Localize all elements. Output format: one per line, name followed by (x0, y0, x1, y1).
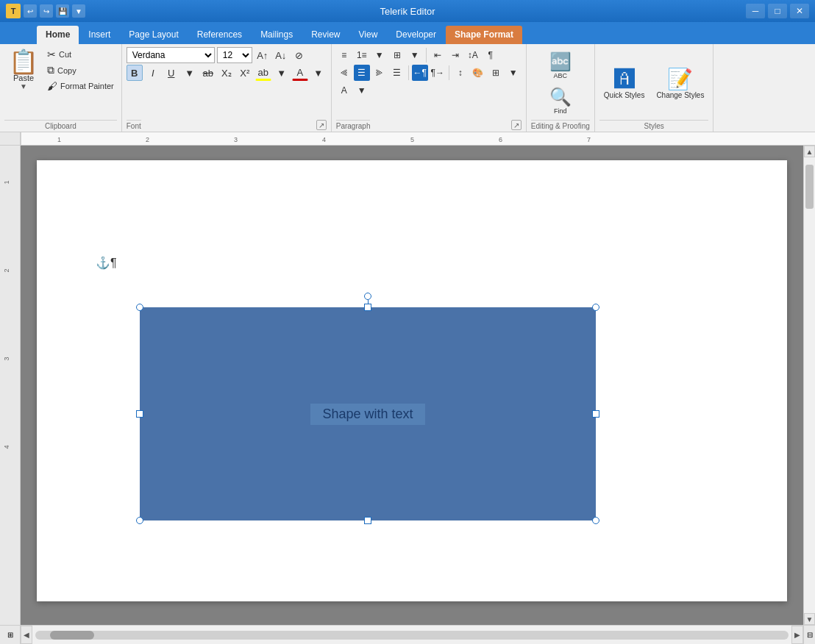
increase-font-button[interactable]: A↑ (255, 47, 271, 63)
superscript-button[interactable]: X² (237, 65, 253, 81)
scroll-right-button[interactable]: ▶ (791, 626, 803, 644)
tab-references[interactable]: References (188, 26, 251, 44)
quick-styles-label: Quick Styles (604, 91, 645, 99)
scroll-down-button[interactable]: ▼ (804, 613, 815, 625)
rotate-handle[interactable] (364, 293, 371, 300)
align-right-button[interactable]: ⫸ (371, 65, 388, 81)
ltr-button[interactable]: ←¶ (412, 65, 428, 81)
font-color-dropdown[interactable]: ▼ (310, 65, 327, 81)
document-shape[interactable]: Shape with text (140, 307, 596, 520)
tab-insert[interactable]: Insert (79, 26, 119, 44)
handle-bottom-mid[interactable] (364, 517, 371, 524)
ruler-corner[interactable] (0, 132, 21, 145)
subscript-button[interactable]: X₂ (218, 65, 235, 81)
vertical-scrollbar: ▲ ▼ (803, 146, 815, 625)
strikethrough-button[interactable]: ab (200, 65, 216, 81)
align-center-button[interactable]: ☰ (354, 65, 370, 81)
font-dialog-launcher[interactable]: ↗ (316, 120, 327, 130)
font-color-button[interactable]: A (292, 65, 308, 81)
increase-indent-button[interactable]: ⇥ (447, 47, 463, 63)
tab-home[interactable]: Home (37, 26, 79, 44)
paste-button[interactable]: 📋 Paste ▼ (4, 47, 43, 93)
cut-button[interactable]: ✂ Cut (44, 47, 117, 62)
tab-review[interactable]: Review (302, 26, 349, 44)
find-replace-button[interactable]: 🔍 Find (546, 85, 575, 117)
handle-top-mid[interactable] (364, 304, 371, 311)
rtl-button[interactable]: ¶→ (430, 65, 446, 81)
justify-button[interactable]: ☰ (389, 65, 405, 81)
tab-mailings[interactable]: Mailings (252, 26, 302, 44)
h-scroll-thumb[interactable] (50, 631, 94, 640)
minimize-button[interactable]: ─ (746, 4, 765, 18)
format-painter-button[interactable]: 🖌 Format Painter (44, 79, 117, 93)
shape-container[interactable]: Shape with text (125, 293, 611, 535)
decrease-indent-button[interactable]: ⇤ (430, 47, 446, 63)
ribbon-body: 📋 Paste ▼ ✂ Cut ⧉ Copy 🖌 Format Painter (0, 44, 815, 132)
highlight-dropdown[interactable]: ▼ (274, 65, 290, 81)
shading-button[interactable]: 🎨 (470, 65, 486, 81)
align-left-button[interactable]: ⫷ (336, 65, 352, 81)
font-size-select[interactable]: 8 10 12 14 16 18 24 (217, 47, 252, 63)
undo-button[interactable]: ↩ (24, 4, 37, 18)
redo-button[interactable]: ↪ (40, 4, 53, 18)
v-ruler-svg: 1 2 3 4 (0, 146, 21, 587)
font-family-select[interactable]: Verdana Arial Times New Roman (127, 47, 215, 63)
save-button[interactable]: 💾 (56, 4, 69, 18)
svg-text:2: 2 (146, 136, 149, 143)
tab-view[interactable]: View (350, 26, 387, 44)
numbered-list-button[interactable]: 1≡ (354, 47, 370, 63)
editing-group-content: 🔤 ABC 🔍 Find (531, 47, 590, 118)
close-button[interactable]: ✕ (790, 4, 809, 18)
highlight-button[interactable]: ab (255, 65, 271, 81)
svg-text:6: 6 (499, 136, 502, 143)
bold-button[interactable]: B (127, 65, 143, 81)
scroll-left-button[interactable]: ◀ (21, 626, 32, 644)
borders-button[interactable]: ⊞ (488, 65, 504, 81)
change-styles-button[interactable]: 📝 Change Styles (652, 64, 708, 102)
multilevel-list-button[interactable]: ⊞ (389, 47, 405, 63)
paste-label: Paste (13, 74, 34, 82)
para-row1: ≡ 1≡ ▼ ⊞ ▼ ⇤ ⇥ ↕A ¶ (336, 47, 499, 63)
copy-button[interactable]: ⧉ Copy (44, 62, 117, 78)
clipboard-label: Clipboard (4, 120, 117, 130)
h-scroll-track (35, 631, 789, 640)
svg-text:3: 3 (234, 136, 238, 143)
paragraph-dialog-launcher[interactable]: ↗ (511, 120, 522, 130)
ruler: 1 2 3 4 5 6 7 (0, 132, 815, 146)
v-scroll-thumb[interactable] (805, 165, 814, 209)
handle-right-mid[interactable] (592, 410, 599, 418)
line-spacing-button[interactable]: ↕ (452, 65, 469, 81)
decrease-font-button[interactable]: A↓ (273, 47, 289, 63)
text-color-dropdown-row3[interactable]: ▼ (354, 82, 370, 99)
tab-developer[interactable]: Developer (387, 26, 445, 44)
bullet-list-button[interactable]: ≡ (336, 47, 352, 63)
scroll-up-button[interactable]: ▲ (804, 146, 815, 157)
tab-page-layout[interactable]: Page Layout (120, 26, 187, 44)
sort-button[interactable]: ↕A (465, 47, 481, 63)
svg-text:7: 7 (587, 136, 591, 143)
corner-btn2[interactable]: ⊟ (803, 626, 815, 645)
underline-dropdown[interactable]: ▼ (182, 65, 198, 81)
handle-bottom-left[interactable] (136, 517, 143, 524)
multilevel-dropdown[interactable]: ▼ (407, 47, 423, 63)
handle-top-left[interactable] (136, 304, 143, 311)
list-dropdown[interactable]: ▼ (371, 47, 388, 63)
quick-styles-button[interactable]: 🅰 Quick Styles (599, 64, 649, 102)
document-area[interactable]: ⚓¶ Shape with text (21, 146, 803, 625)
maximize-button[interactable]: □ (768, 4, 787, 18)
show-hide-button[interactable]: ¶ (483, 47, 499, 63)
dropdown-button[interactable]: ▼ (72, 4, 85, 18)
svg-text:1: 1 (57, 136, 61, 143)
handle-bottom-right[interactable] (592, 517, 599, 524)
italic-button[interactable]: I (145, 65, 161, 81)
text-color-row3[interactable]: A (336, 82, 352, 99)
handle-left-mid[interactable] (136, 410, 143, 418)
underline-button[interactable]: U (163, 65, 179, 81)
spell-check-icon: 🔤 (549, 51, 572, 72)
clear-format-button[interactable]: ⊘ (291, 47, 307, 63)
spell-check-button[interactable]: 🔤 ABC (546, 49, 575, 82)
corner-btn[interactable]: ⊞ (0, 626, 21, 645)
handle-top-right[interactable] (592, 304, 599, 311)
tab-shape-format[interactable]: Shape Format (446, 26, 522, 44)
borders-dropdown[interactable]: ▼ (505, 65, 522, 81)
